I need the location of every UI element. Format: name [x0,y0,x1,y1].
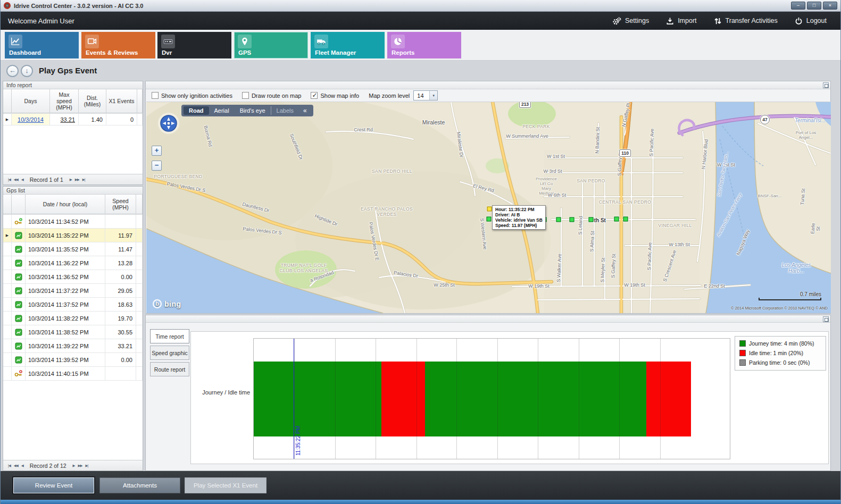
welcome-text: Welcome Admin User [8,17,74,25]
import-button[interactable]: Import [666,17,696,25]
map-zoom-select[interactable]: 14 ▼ [413,90,438,100]
info-report-pager-last-button[interactable]: ▶| [82,178,85,182]
chart-gridline [619,339,620,459]
tab-time-report[interactable]: Time report [150,329,189,343]
checkbox-show-map-info[interactable]: Show map info [311,92,359,99]
zoom-out-button[interactable]: − [152,161,162,171]
gps-marker[interactable] [556,217,561,222]
gps-list-pager-rewind-button[interactable]: ◀◀ [14,464,18,468]
maximize-button[interactable]: □ [807,2,821,10]
gps-list-row[interactable]: 10/3/2014 11:34:52 PM [3,215,143,229]
title-bar: Idrive Control Center - 3.0.2 version - … [1,0,840,12]
checkbox-draw-route-on-map[interactable]: Draw route on map [242,92,302,99]
gps-datetime-cell: 10/3/2014 11:39:52 PM [26,353,105,366]
gps-list-pager-next-button[interactable]: ▶ [73,464,75,468]
scroll-down-button[interactable]: ↓ [21,65,33,77]
gps-datetime-cell: 10/3/2014 11:34:52 PM [26,215,105,228]
ignition-off-icon [12,367,26,380]
footer-bar: Review EventAttachmentsPlay Selected X1 … [1,471,840,500]
gps-marker[interactable] [487,217,492,222]
gps-list-pager-prev-button[interactable]: ◀ [21,464,23,468]
close-button[interactable]: × [823,2,837,10]
gps-list-row[interactable]: 10/3/2014 11:37:52 PM18.63 [3,298,143,312]
gps-list-row[interactable]: 10/3/2014 11:35:52 PM11.47 [3,242,143,256]
checkbox-label: Draw route on map [252,93,302,99]
nav-tab-gps[interactable]: GPS [234,32,308,58]
collapse-map-panel-button[interactable] [823,82,829,88]
nav-tab-label: Dashboard [9,49,41,56]
filler-cell [136,284,143,297]
minimize-button[interactable]: – [791,2,805,10]
gps-list-row[interactable]: 10/3/2014 11:40:15 PM [3,367,143,381]
gps-list-row[interactable]: ▶10/3/2014 11:35:22 PM11.97 [3,229,143,242]
info-report-pager-rewind-button[interactable]: ◀◀ [14,178,18,182]
days-cell: 10/3/2014 [12,114,50,125]
current-position-marker[interactable] [487,207,492,212]
checkbox-show-only-ignition-activities[interactable]: Show only ignition activities [152,92,232,99]
gps-list-panel: Gps list Date / hour (local)Speed (MPH)1… [3,186,143,471]
gps-list-pager-last-button[interactable]: ▶| [86,464,88,468]
info-report-pager-forward-button[interactable]: ▶▶ [75,178,79,182]
gps-list-row[interactable]: 10/3/2014 11:36:22 PM13.28 [3,256,143,270]
gps-datetime-cell: 10/3/2014 11:37:22 PM [26,284,105,297]
gps-point-icon [12,256,26,270]
checkbox-label: Show map info [320,93,359,99]
gps-marker[interactable] [614,217,619,222]
tooltip-line: Driver: AI B [495,212,543,217]
gps-marker[interactable] [570,217,574,222]
map-canvas[interactable]: MiralesteMiraleste DrPeck ParkW Summerla… [146,102,831,313]
back-button[interactable]: ← [6,65,19,77]
settings-button[interactable]: Settings [612,17,649,25]
legend-item-journey: Journey time: 4 min (80%) [739,340,821,347]
gps-list-pager-first-button[interactable]: |◀ [8,464,11,468]
map-view-tab-aerial[interactable]: Aerial [209,106,235,115]
filler-cell [136,256,143,270]
review-event-button[interactable]: Review Event [13,477,94,493]
collapse-chart-panel-button[interactable] [823,316,829,322]
ignition-on-icon [12,215,26,228]
gps-speed-cell: 11.97 [105,229,136,242]
nav-tab-reports[interactable]: Reports [387,32,461,58]
info-report-row[interactable]: ▶10/3/201433.211.400 [3,114,143,125]
info-report-pager-prev-button[interactable]: ◀ [21,178,23,182]
info-report-pager-first-button[interactable]: |◀ [8,178,11,182]
sub-header: ← ↓ Play Gps Event [1,61,840,81]
zoom-in-button[interactable]: + [152,146,162,156]
tab-route-report[interactable]: Route report [150,362,189,376]
info-report-pager-next-button[interactable]: ▶ [70,178,72,182]
transfer-activities-button[interactable]: Transfer Activities [714,17,778,25]
nav-tab-dvr[interactable]: Dvr [157,32,231,58]
map-view-tab-road[interactable]: Road [184,106,209,115]
info-report-pager-text: Record 1 of 1 [30,177,63,183]
gps-point-icon [12,339,26,352]
highway-shield: 213 [519,102,531,108]
row-indicator [3,339,12,352]
map-view-tab-bird-s-eye[interactable]: Bird's eye [235,106,271,115]
logout-button[interactable]: Logout [795,17,827,25]
gps-marker[interactable] [623,217,628,222]
gps-list-row[interactable]: 10/3/2014 11:38:52 PM30.55 [3,325,143,339]
gps-list-row[interactable]: 10/3/2014 11:37:22 PM29.05 [3,284,143,298]
nav-tab-fleet-manager[interactable]: Fleet Manager [311,32,385,58]
attachments-button[interactable]: Attachments [99,477,180,493]
legend-swatch [739,359,746,366]
tab-speed-graphic[interactable]: Speed graphic [150,346,189,360]
chart-gridline [497,339,498,459]
collapse-map-menu-button[interactable]: « [299,107,311,114]
gps-list-row[interactable]: 10/3/2014 11:38:22 PM19.70 [3,312,143,325]
gps-list-row[interactable]: 10/3/2014 11:39:22 PM33.21 [3,339,143,353]
map-view-tab-labels[interactable]: Labels [271,106,299,115]
gps-list-pager-forward-button[interactable]: ▶▶ [78,464,82,468]
gps-marker[interactable] [589,217,594,222]
time-cursor[interactable] [294,339,294,459]
info-report-panel-header: Info report [3,81,143,89]
map-options-bar: Show only ignition activitiesDraw route … [146,89,830,102]
nav-tab-events-reviews[interactable]: Events & Reviews [81,32,155,58]
gps-list-row[interactable]: 10/3/2014 11:39:52 PM0.00 [3,353,143,367]
nav-tab-dashboard[interactable]: Dashboard [5,32,79,58]
time-chart-plot: 11:35:22 PM [253,338,730,459]
top-action-label: Logout [806,17,827,24]
gps-point-icon [12,242,26,256]
gps-list-row[interactable]: 10/3/2014 11:36:52 PM0.00 [3,270,143,284]
map-compass-control[interactable] [157,112,180,137]
